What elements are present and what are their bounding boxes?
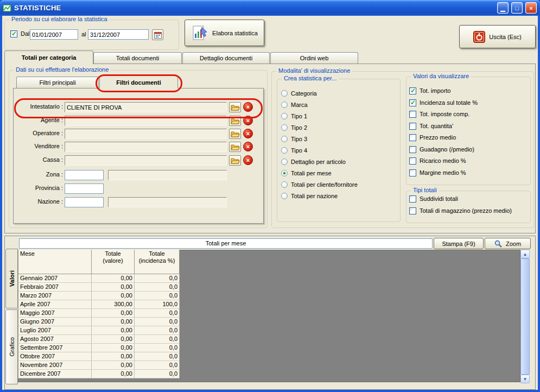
- minimize-icon: ▁: [500, 5, 505, 11]
- table-row[interactable]: Luglio 20070,000,0: [18, 326, 180, 335]
- table-row[interactable]: Giugno 20070,000,0: [18, 318, 180, 326]
- elabora-statistica-button[interactable]: Elabora statistica: [185, 20, 264, 46]
- cell-totale-incidenza: 0,0: [135, 326, 180, 335]
- checkbox-ricarico-medio[interactable]: Ricarico medio %: [409, 157, 466, 165]
- scrollbar-thumb[interactable]: [520, 258, 530, 375]
- cassa-lookup-button[interactable]: [229, 155, 241, 166]
- radio-tipo-4[interactable]: Tipo 4: [281, 147, 307, 154]
- cell-totale-incidenza: 0,0: [135, 344, 180, 352]
- checkbox-suddividi-totali[interactable]: Suddividi totali: [409, 195, 458, 203]
- radio-marca[interactable]: Marca: [281, 101, 308, 109]
- cell-totale-incidenza: 0,0: [135, 274, 180, 283]
- intestatario-input[interactable]: [65, 102, 227, 112]
- tab-ordini-web[interactable]: Ordini web: [270, 52, 358, 64]
- provincia-code-input[interactable]: [65, 184, 104, 194]
- side-tab-grafico[interactable]: Grafico: [5, 309, 18, 384]
- cassa-input[interactable]: [65, 155, 227, 166]
- checkbox-margine-medio[interactable]: Margine medio %: [409, 169, 466, 176]
- table-row[interactable]: Maggio 20070,000,0: [18, 309, 180, 318]
- radio-categoria[interactable]: Categoria: [281, 90, 317, 97]
- checkbox-tot-importo[interactable]: Tot. importo: [409, 87, 450, 94]
- side-tab-label: Valori: [9, 270, 15, 287]
- zoom-button[interactable]: Zoom: [485, 238, 531, 249]
- side-tab-label: Grafico: [9, 337, 15, 356]
- radio-label: Tipo 1: [291, 113, 307, 119]
- venditore-clear-button[interactable]: ×: [243, 142, 253, 151]
- calendar-icon: [154, 31, 162, 39]
- scroll-down-icon: ▼: [523, 377, 528, 382]
- checkbox-guadagno[interactable]: Guadagno (/pmedio): [409, 146, 474, 153]
- cell-mese: Maggio 2007: [18, 309, 92, 318]
- table-row[interactable]: Febbraio 20070,000,0: [18, 283, 180, 292]
- checkbox-incidenza-sul-totale[interactable]: Incidenza sul totale %: [409, 99, 478, 106]
- table-row[interactable]: Dicembre 20070,000,0: [18, 370, 180, 378]
- stampa-button[interactable]: Stampa (F9): [434, 238, 484, 249]
- nazione-code-input[interactable]: [65, 197, 104, 207]
- zoom-label: Zoom: [506, 241, 521, 247]
- vertical-scrollbar[interactable]: ▲ ▼: [520, 250, 530, 383]
- checkbox-label: Tot. imposte comp.: [420, 111, 469, 117]
- cell-totale-incidenza: 100,0: [135, 300, 180, 309]
- checkbox-icon: [409, 195, 416, 203]
- table-row[interactable]: Novembre 20070,000,0: [18, 361, 180, 370]
- checkbox-tot-imposte-comp[interactable]: Tot. imposte comp.: [409, 110, 469, 118]
- checkbox-tot-quantita[interactable]: Tot. quantita': [409, 122, 453, 130]
- checkbox-totali-di-magazzino[interactable]: Totali di magazzino (prezzo medio): [409, 207, 512, 214]
- cell-mese: Luglio 2007: [18, 326, 92, 335]
- minimize-button[interactable]: ▁: [497, 2, 509, 14]
- subtab-filtri-documenti[interactable]: Filtri documenti: [99, 75, 178, 88]
- scroll-up-button[interactable]: ▲: [520, 250, 530, 258]
- venditore-input[interactable]: [65, 142, 227, 152]
- uscita-button[interactable]: Uscita (Esc): [459, 25, 536, 48]
- tab-totali-per-categoria[interactable]: Totali per categoria: [4, 50, 93, 64]
- table-row[interactable]: Aprile 2007300,00100,0: [18, 300, 180, 309]
- filtri-group-label: Dati su cui effettuare l'elaborazione: [14, 66, 111, 73]
- operatore-clear-button[interactable]: ×: [243, 129, 253, 138]
- intestatario-lookup-button[interactable]: [229, 102, 241, 112]
- checkbox-label: Prezzo medio: [420, 134, 456, 141]
- radio-tipo-2[interactable]: Tipo 2: [281, 124, 307, 131]
- radio-icon: [281, 124, 288, 131]
- restore-button[interactable]: □: [511, 2, 523, 14]
- subtab-filtri-principali[interactable]: Filtri principali: [16, 77, 99, 88]
- clear-icon: ×: [246, 157, 250, 163]
- column-header-totale-valore[interactable]: Totale (valore): [92, 250, 135, 274]
- date-from-input[interactable]: [30, 29, 78, 40]
- radio-tipo-3[interactable]: Tipo 3: [281, 135, 307, 143]
- cassa-clear-button[interactable]: ×: [243, 155, 253, 165]
- dal-checkbox[interactable]: Dal: [10, 30, 30, 37]
- agente-clear-button[interactable]: ×: [243, 116, 253, 125]
- app-icon: [3, 4, 11, 12]
- cell-mese: Novembre 2007: [18, 361, 92, 370]
- intestatario-clear-button[interactable]: ×: [243, 102, 253, 112]
- column-header-totale-incidenza[interactable]: Totale (incidenza %): [135, 250, 180, 274]
- tab-totali-documenti[interactable]: Totali documenti: [93, 52, 182, 64]
- tab-dettaglio-documenti[interactable]: Dettaglio documenti: [182, 52, 270, 64]
- table-row[interactable]: Agosto 20070,000,0: [18, 335, 180, 344]
- clear-icon: ×: [246, 143, 250, 150]
- venditore-lookup-button[interactable]: [229, 142, 241, 152]
- agente-input[interactable]: [65, 116, 227, 126]
- agente-lookup-button[interactable]: [229, 116, 241, 126]
- close-button[interactable]: ×: [525, 2, 537, 14]
- radio-dettaglio-per-articolo[interactable]: Dettaglio per articolo: [281, 158, 346, 166]
- zona-code-input[interactable]: [65, 170, 104, 180]
- checkbox-label: Tot. importo: [420, 87, 450, 94]
- table-row[interactable]: Ottobre 20070,000,0: [18, 352, 180, 361]
- radio-totali-per-cliente-fornitore[interactable]: Totali per cliente/fornitore: [281, 181, 358, 188]
- operatore-lookup-button[interactable]: [229, 129, 241, 139]
- date-to-input[interactable]: [88, 29, 149, 40]
- calendar-button[interactable]: [152, 29, 163, 40]
- table-row[interactable]: Marzo 20070,000,0: [18, 292, 180, 300]
- side-tab-valori[interactable]: Valori: [5, 249, 18, 308]
- radio-tipo-1[interactable]: Tipo 1: [281, 112, 307, 120]
- scroll-down-button[interactable]: ▼: [520, 375, 530, 383]
- operatore-input[interactable]: [65, 129, 227, 139]
- radio-totali-per-mese[interactable]: Totali per mese: [281, 169, 332, 177]
- checkbox-prezzo-medio[interactable]: Prezzo medio: [409, 134, 456, 141]
- table-row[interactable]: Settembre 20070,000,0: [18, 344, 180, 352]
- column-header-mese[interactable]: Mese: [18, 250, 92, 274]
- radio-totali-per-nazione[interactable]: Totali per nazione: [281, 192, 338, 200]
- cell-totale-incidenza: 0,0: [135, 370, 180, 378]
- table-row[interactable]: Gennaio 20070,000,0: [18, 274, 180, 283]
